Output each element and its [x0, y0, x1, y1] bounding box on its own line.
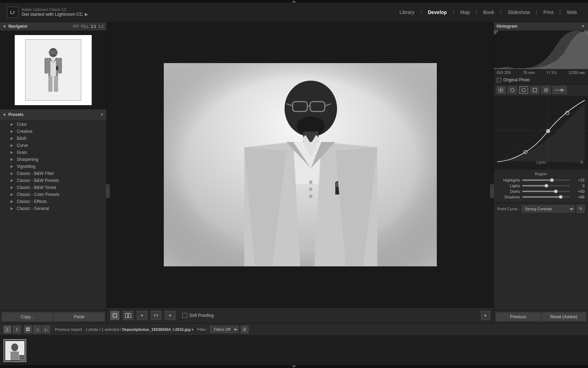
- toolbar-btn-3[interactable]: ▾: [137, 311, 147, 320]
- lights-row: Lights 0: [497, 184, 584, 188]
- preset-arrow-sharpening: ▶: [10, 157, 15, 162]
- svg-rect-10: [58, 58, 62, 74]
- svg-point-39: [511, 88, 514, 92]
- soft-proof-checkbox[interactable]: [182, 313, 187, 318]
- previous-button[interactable]: Previous: [496, 312, 541, 321]
- preset-arrow-bwpresets: ▶: [10, 178, 15, 183]
- svg-rect-64: [28, 329, 30, 331]
- svg-rect-63: [26, 329, 28, 331]
- shadows-row: Shadows +68: [497, 195, 584, 199]
- svg-rect-37: [498, 90, 500, 92]
- image-area: [107, 22, 493, 307]
- navigator-preview: [0, 30, 106, 109]
- toolbar-btn-4[interactable]: YY: [151, 311, 161, 320]
- filmstrip-thumb-1[interactable]: ✎: [4, 339, 26, 362]
- lights-track[interactable]: [522, 185, 570, 186]
- histogram-dropdown[interactable]: ▼: [581, 24, 585, 29]
- presets-header[interactable]: ▼ Presets +: [0, 109, 106, 120]
- toolbar-right-expand[interactable]: ▾: [481, 311, 490, 320]
- shadows-value: +68: [572, 195, 584, 199]
- svg-rect-31: [128, 313, 131, 318]
- status-num-1[interactable]: 1: [4, 326, 11, 333]
- tone-circle-1-icon[interactable]: [508, 86, 517, 94]
- copy-button[interactable]: Copy...: [2, 312, 53, 321]
- svg-rect-36: [501, 88, 503, 90]
- reset-button[interactable]: Reset (Adobe): [541, 312, 587, 321]
- center-toolbar: ▾ YY ▾ Soft Proofing ▾: [107, 307, 493, 323]
- top-collapse-bar[interactable]: [0, 0, 588, 3]
- preset-list: ▶ Color ▶ Creative ▶ B&W ▶ Curve ▶ Gra: [0, 120, 106, 213]
- histogram-header[interactable]: Histogram ▼: [494, 22, 588, 30]
- darks-row: Darks +50: [497, 189, 584, 193]
- right-panel-collapse-arrow[interactable]: ›: [490, 184, 494, 198]
- preset-classic-bwtoned[interactable]: ▶ Classic - B&W Toned: [0, 184, 106, 191]
- preset-classic-bwfilter[interactable]: ▶ Classic - B&W Filter: [0, 170, 106, 177]
- toolbar-expand[interactable]: ▾: [481, 311, 490, 320]
- status-next-icon[interactable]: ▷: [42, 326, 50, 333]
- presets-add-button[interactable]: +: [100, 111, 104, 118]
- darks-value: +50: [572, 189, 584, 193]
- nav-1-1[interactable]: 1:1: [91, 24, 96, 28]
- preset-vignetting[interactable]: ▶ Vignetting: [0, 163, 106, 170]
- tone-slider-icon[interactable]: [553, 86, 567, 94]
- preset-grain[interactable]: ▶ Grain: [0, 149, 106, 156]
- nav-print[interactable]: Print: [539, 8, 558, 17]
- nav-library[interactable]: Library: [395, 8, 419, 17]
- app-subtitle: Get started with Lightroom CC ▶: [22, 12, 88, 17]
- nav-map[interactable]: Map: [456, 8, 474, 17]
- subtitle-arrow: ▶: [85, 12, 88, 17]
- svg-point-26: [309, 180, 313, 184]
- nav-slideshow[interactable]: Slideshow: [504, 8, 534, 17]
- status-icons: ◁ ▷: [24, 326, 50, 333]
- left-bottom-buttons: Copy... Paste: [0, 310, 106, 323]
- status-grid-icon[interactable]: [24, 326, 32, 333]
- toolbar-btn-2[interactable]: [123, 311, 133, 320]
- filter-select[interactable]: Filters Off: [210, 326, 239, 333]
- svg-rect-42: [533, 88, 537, 92]
- toolbar-btn-5[interactable]: ▾: [165, 311, 175, 320]
- nav-book[interactable]: Book: [479, 8, 498, 17]
- curve-edit-button[interactable]: ✎: [577, 205, 584, 213]
- left-panel-collapse-arrow[interactable]: ‹: [106, 184, 110, 198]
- region-title: Region: [497, 172, 584, 176]
- filter-icon[interactable]: ☰: [241, 326, 248, 333]
- curve-label: Lights: [536, 160, 546, 164]
- tone-circle-2-icon[interactable]: [541, 86, 551, 94]
- preset-color[interactable]: ▶ Color: [0, 121, 106, 128]
- nav-web[interactable]: Web: [562, 8, 581, 17]
- darks-track[interactable]: [522, 191, 570, 192]
- svg-point-27: [309, 188, 313, 191]
- tone-square-icon[interactable]: [530, 86, 539, 94]
- nav-develop[interactable]: Develop: [424, 8, 451, 17]
- svg-rect-12: [54, 76, 58, 92]
- svg-rect-61: [26, 327, 28, 329]
- highlights-track[interactable]: [522, 179, 570, 181]
- right-panel: Histogram ▼ ISO 200 70 mm: [493, 22, 588, 323]
- nav-1-2[interactable]: 1:2: [98, 24, 104, 28]
- preset-arrow-curve: ▶: [10, 143, 15, 148]
- preset-sharpening[interactable]: ▶ Sharpening: [0, 156, 106, 163]
- tone-grid-icon[interactable]: [497, 86, 506, 94]
- preset-curve[interactable]: ▶ Curve: [0, 142, 106, 149]
- nav-fill[interactable]: FILL: [81, 24, 89, 28]
- preset-arrow-colorpresets: ▶: [10, 192, 15, 197]
- nav-fit[interactable]: FIT: [73, 24, 79, 28]
- original-photo-checkbox[interactable]: [497, 78, 501, 82]
- point-curve-select[interactable]: Strong Contrast: [522, 205, 575, 212]
- preset-arrow-vignetting: ▶: [10, 164, 15, 169]
- preset-creative[interactable]: ▶ Creative: [0, 128, 106, 135]
- navigator-header[interactable]: ▼ Navigator FIT FILL 1:1 1:2: [0, 22, 106, 30]
- shadows-track[interactable]: [522, 196, 570, 198]
- paste-button[interactable]: Paste: [54, 312, 105, 321]
- bottom-collapse-bar[interactable]: [0, 365, 588, 368]
- preset-classic-colorpresets[interactable]: ▶ Classic - Color Presets: [0, 191, 106, 198]
- app-logo-area: Lr Adobe Lightroom Classic CC Get starte…: [7, 7, 88, 18]
- preset-bw[interactable]: ▶ B&W: [0, 135, 106, 142]
- preset-classic-general[interactable]: ▶ Classic - General: [0, 205, 106, 212]
- status-num-2[interactable]: 2: [13, 326, 21, 333]
- preset-classic-effects[interactable]: ▶ Classic - Effects: [0, 198, 106, 205]
- tone-circle-filled-icon[interactable]: [519, 86, 528, 94]
- crop-tool[interactable]: [110, 311, 119, 320]
- preset-classic-bwpresets[interactable]: ▶ Classic - B&W Presets: [0, 177, 106, 184]
- status-prev-icon[interactable]: ◁: [33, 326, 41, 333]
